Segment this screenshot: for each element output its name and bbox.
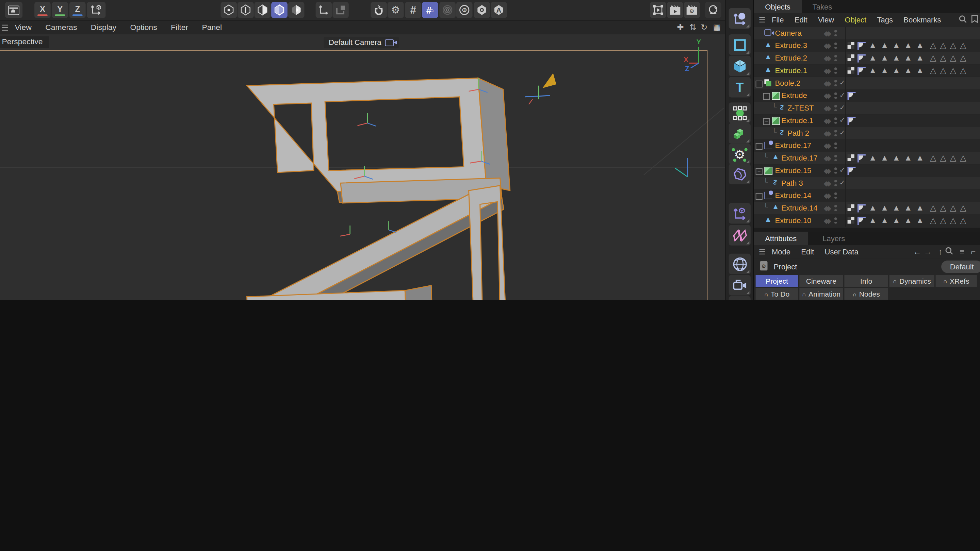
- layer-icon[interactable]: ◆◆: [824, 92, 828, 100]
- expander-icon[interactable]: −: [756, 80, 762, 87]
- selection-tags-solid[interactable]: ▲▲▲▲▲: [869, 153, 928, 163]
- render-view-icon[interactable]: [667, 2, 683, 18]
- object-row[interactable]: − Boole.2 ◆◆ ✓: [754, 77, 980, 89]
- phong-tag-icon[interactable]: [858, 67, 865, 75]
- selection-tags-hollow[interactable]: △△△△: [930, 203, 970, 213]
- expander-icon[interactable]: −: [756, 143, 762, 150]
- object-name[interactable]: Extrude.1: [781, 116, 813, 125]
- phong-tag-icon[interactable]: [848, 92, 856, 100]
- layer-icon[interactable]: ◆◆: [824, 129, 828, 137]
- panel-splitter[interactable]: [754, 228, 980, 232]
- object-name[interactable]: Extrude: [781, 91, 807, 100]
- lock-y-axis-button[interactable]: Y: [52, 2, 68, 18]
- object-row[interactable]: − Extrude.1 ◆◆ ✓: [754, 114, 980, 127]
- attributes-menu-mode[interactable]: Mode: [772, 247, 791, 256]
- phong-tag-icon[interactable]: [848, 117, 856, 125]
- attributes-menu-userdata[interactable]: User Data: [825, 247, 859, 256]
- visibility-dots-icon[interactable]: [834, 118, 837, 125]
- object-name[interactable]: Extrude.17: [781, 154, 818, 163]
- workplane-icon[interactable]: [332, 2, 349, 18]
- material-sphere-icon[interactable]: [705, 2, 721, 18]
- visibility-dots-icon[interactable]: [834, 55, 837, 63]
- pan-view-icon[interactable]: ✚: [677, 22, 684, 32]
- visibility-dots-icon[interactable]: [834, 130, 837, 138]
- subdivision-surface-icon[interactable]: [729, 102, 751, 123]
- visibility-dots-icon[interactable]: [834, 155, 837, 163]
- filter-icon[interactable]: ≡: [959, 247, 964, 256]
- enabled-check-icon[interactable]: ✓: [840, 79, 845, 87]
- enabled-check-icon[interactable]: ✓: [840, 129, 845, 137]
- object-name[interactable]: Extrude.1: [775, 66, 807, 75]
- light-object-icon[interactable]: [729, 296, 751, 300]
- object-name[interactable]: Z-TEST: [788, 104, 814, 113]
- selection-tags-solid[interactable]: ▲▲▲▲▲: [869, 53, 928, 63]
- camera-label[interactable]: Default Camera: [324, 37, 398, 48]
- compositing-tag-icon[interactable]: [848, 217, 854, 224]
- object-row[interactable]: └ Extrude.14 ◆◆ ▲▲▲▲▲ △△△△: [754, 202, 980, 214]
- layer-icon[interactable]: ◆◆: [824, 67, 828, 75]
- visibility-dots-icon[interactable]: [834, 30, 837, 38]
- layer-icon[interactable]: ◆◆: [824, 117, 828, 125]
- objects-search-icon[interactable]: [959, 15, 967, 25]
- object-row[interactable]: Extrude.3 ◆◆ ▲▲▲▲▲ △△△△: [754, 40, 980, 52]
- visibility-dots-icon[interactable]: [834, 192, 837, 201]
- expander-icon[interactable]: −: [756, 193, 762, 200]
- lock-icon[interactable]: ⌐: [971, 247, 975, 256]
- rotate-view-icon[interactable]: ↻: [701, 22, 708, 32]
- null-object-icon[interactable]: [729, 8, 751, 29]
- atab-info[interactable]: Info: [844, 275, 888, 287]
- toggle-views-icon[interactable]: ▦: [713, 22, 721, 32]
- view-label[interactable]: Perspective: [0, 37, 49, 48]
- selection-tags-hollow[interactable]: △△△△: [930, 153, 970, 163]
- object-name[interactable]: Extrude.14: [781, 204, 818, 213]
- object-row[interactable]: └ Extrude.17 ◆◆ ▲▲▲▲▲ △△△△: [754, 152, 980, 164]
- object-row[interactable]: └ Path 3 ◆◆ ✓: [754, 177, 980, 189]
- visibility-dots-icon[interactable]: [834, 180, 837, 188]
- snap-magnet-icon[interactable]: [371, 2, 387, 18]
- layer-icon[interactable]: ◆◆: [824, 54, 828, 63]
- lock-x-axis-button[interactable]: X: [34, 2, 51, 18]
- objects-menu-object[interactable]: Object: [845, 16, 867, 24]
- selection-tags-solid[interactable]: ▲▲▲▲▲: [869, 203, 928, 213]
- visibility-dots-icon[interactable]: [834, 80, 837, 88]
- atab-project[interactable]: Project: [756, 275, 798, 287]
- preset-default-button[interactable]: Default: [941, 260, 980, 273]
- cube-primitive-icon[interactable]: [729, 56, 751, 76]
- visibility-dots-icon[interactable]: [834, 205, 837, 213]
- polygon-mode-icon[interactable]: [271, 2, 288, 18]
- coordinate-system-icon[interactable]: [87, 2, 105, 18]
- uv-mode-icon[interactable]: [288, 2, 305, 18]
- visibility-dots-icon[interactable]: [834, 105, 837, 113]
- selection-tags-hollow[interactable]: △△△△: [930, 66, 970, 75]
- sky-environment-icon[interactable]: [729, 254, 751, 275]
- atab-todo[interactable]: ∩To Do: [756, 288, 798, 300]
- axis-workplane-icon[interactable]: [729, 203, 751, 224]
- viewport-menu-icon[interactable]: ☰: [2, 23, 8, 32]
- selection-tags-hollow[interactable]: △△△△: [930, 40, 970, 50]
- tab-attributes[interactable]: Attributes: [754, 232, 808, 245]
- visibility-dots-icon[interactable]: [834, 92, 837, 101]
- grid-toggle-icon[interactable]: #: [405, 2, 421, 18]
- visibility-dots-icon[interactable]: [834, 43, 837, 51]
- object-row[interactable]: Camera ◆◆: [754, 27, 980, 40]
- objects-menu-icon[interactable]: ☰: [759, 16, 765, 24]
- visibility-dots-icon[interactable]: [834, 143, 837, 151]
- compositing-tag-icon[interactable]: [848, 205, 854, 211]
- layer-icon[interactable]: ◆◆: [824, 217, 828, 225]
- object-row[interactable]: Extrude.2 ◆◆ ▲▲▲▲▲ △△△△: [754, 52, 980, 64]
- object-name[interactable]: Extrude.2: [775, 54, 807, 63]
- symmetry-icon[interactable]: [729, 225, 751, 246]
- tab-takes[interactable]: Takes: [801, 0, 843, 13]
- effector-icon[interactable]: ⚙: [729, 143, 751, 164]
- atab-cineware[interactable]: Cineware: [799, 275, 843, 287]
- phong-tag-icon[interactable]: [858, 154, 865, 163]
- object-name[interactable]: Path 2: [788, 129, 809, 137]
- edge-mode-icon[interactable]: [255, 2, 271, 18]
- enabled-check-icon[interactable]: ✓: [840, 166, 845, 175]
- attributes-menu-icon[interactable]: ☰: [759, 247, 765, 256]
- selection-tags-hollow[interactable]: △△△△: [930, 53, 970, 63]
- soft-selection-icon[interactable]: [439, 2, 456, 18]
- layer-icon[interactable]: ◆◆: [824, 29, 828, 37]
- phong-tag-icon[interactable]: [848, 167, 856, 175]
- compositing-tag-icon[interactable]: [848, 54, 854, 61]
